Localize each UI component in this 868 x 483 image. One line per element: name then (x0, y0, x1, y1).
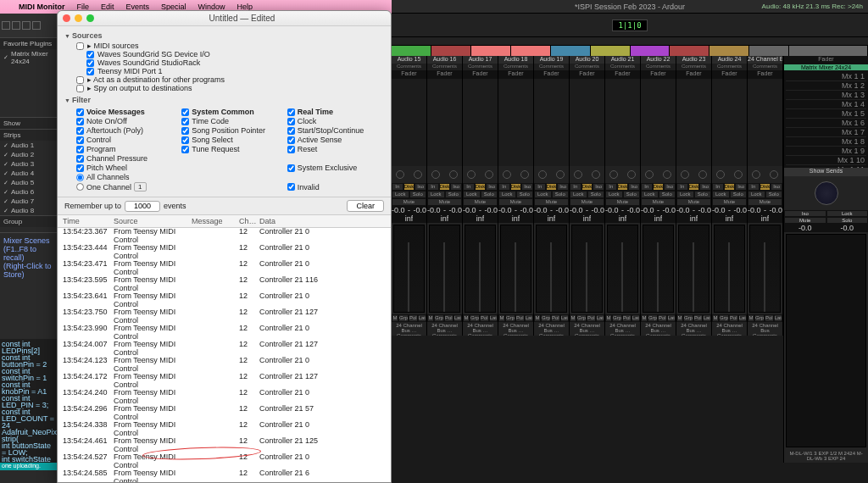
filter-option[interactable] (287, 154, 384, 163)
lat-button[interactable]: Lat (774, 314, 782, 322)
filter-option[interactable]: Clock (287, 117, 384, 125)
strip-name[interactable]: Audio 15 (392, 56, 426, 64)
source-row[interactable]: ▸ Act as a destination for other program… (64, 75, 384, 84)
in-button[interactable]: In (570, 183, 581, 191)
trim-knob[interactable] (663, 170, 671, 179)
master-fader-label[interactable]: Fader (784, 56, 868, 64)
lock-button[interactable]: Lock (748, 191, 765, 198)
event-row[interactable]: 13:54:23.750From Teensy MIDI Control12Co… (58, 308, 391, 325)
trim-knob[interactable] (556, 170, 565, 179)
mute-button[interactable]: Mute (748, 198, 782, 206)
in-button[interactable]: In (463, 183, 475, 191)
comments-button[interactable]: Comments (641, 64, 676, 70)
source-checkbox[interactable] (86, 51, 94, 58)
solo-button[interactable]: Solo (826, 217, 869, 224)
mute-button[interactable]: Mute (498, 198, 533, 206)
event-row[interactable]: 13:54:23.641From Teensy MIDI Control12Co… (58, 292, 391, 308)
filter-checkbox[interactable] (287, 118, 295, 125)
comments-button[interactable]: Comments (570, 64, 604, 70)
send-item[interactable]: Mx 1 5 (786, 109, 866, 119)
filter-checkbox[interactable] (181, 118, 189, 125)
grp-button[interactable]: Grp (434, 314, 444, 322)
source-checkbox[interactable] (86, 68, 94, 75)
trim-knob[interactable] (414, 170, 422, 179)
event-row[interactable]: 13:54:24.527From Teensy MIDI Control12Co… (58, 453, 391, 469)
event-row[interactable]: 13:54:24.172From Teensy MIDI Control12Co… (58, 373, 391, 389)
output-label[interactable]: 24 Channel Bus …Comments (498, 322, 533, 336)
tool-icon[interactable] (2, 21, 10, 30)
mute-button[interactable]: Mute (605, 198, 640, 206)
filter-option[interactable] (181, 164, 278, 172)
source-checkbox[interactable] (76, 85, 84, 92)
m-button[interactable]: M (463, 314, 470, 322)
fader-label[interactable]: Fader (748, 70, 782, 79)
filter-checkbox[interactable] (287, 164, 295, 172)
event-row[interactable]: 13:54:23.471From Teensy MIDI Control12Co… (58, 260, 391, 276)
pan-knob[interactable] (431, 170, 440, 179)
lat-button[interactable]: Lat (525, 314, 533, 322)
source-checkbox[interactable] (76, 42, 84, 50)
m-button[interactable]: M (427, 314, 434, 322)
event-row[interactable]: 13:54:24.461From Teensy MIDI Control12Co… (58, 437, 391, 453)
pol-button[interactable]: Pol (444, 314, 453, 322)
filter-option[interactable]: All Channels (76, 173, 173, 181)
pan-knob[interactable] (716, 170, 725, 179)
disk-button[interactable]: Disk (475, 183, 487, 191)
mute-button[interactable]: Mute (641, 198, 676, 206)
grp-button[interactable]: Grp (754, 314, 765, 322)
fader-label[interactable]: Fader (427, 70, 462, 79)
event-row[interactable]: 13:54:24.240From Teensy MIDI Control12Co… (58, 389, 391, 405)
comments-button[interactable]: Comments (748, 64, 782, 70)
mute-button[interactable]: Mute (784, 217, 826, 224)
timecode-display[interactable]: 1|1|0 (612, 19, 647, 31)
lock-button[interactable]: Lock (534, 191, 552, 198)
trim-knob[interactable] (734, 170, 743, 179)
tool-icon[interactable] (32, 21, 41, 30)
disk-button[interactable]: Disk (581, 183, 593, 191)
m-button[interactable]: M (748, 314, 754, 322)
trim-knob[interactable] (520, 170, 529, 179)
event-row[interactable]: 13:54:24.007From Teensy MIDI Control12Co… (58, 341, 391, 357)
filter-option[interactable] (181, 154, 278, 163)
filter-option[interactable]: One Channel 1 (76, 182, 173, 192)
strip-name[interactable]: Audio 16 (427, 56, 462, 64)
strip-name[interactable]: Audio 21 (605, 56, 640, 64)
filter-option[interactable] (287, 173, 384, 181)
comments-button[interactable]: Comments (392, 64, 426, 70)
pan-knob[interactable] (574, 170, 582, 179)
event-row[interactable]: 13:54:23.595From Teensy MIDI Control12Co… (58, 276, 391, 292)
filter-checkbox[interactable] (287, 127, 295, 135)
trim-knob[interactable] (592, 170, 600, 179)
filter-checkbox[interactable] (76, 118, 84, 125)
tool-icon[interactable] (22, 21, 31, 30)
pan-knob[interactable] (538, 170, 547, 179)
zoom-icon[interactable] (86, 14, 94, 22)
filter-checkbox[interactable] (181, 146, 189, 153)
fader-label[interactable]: Fader (605, 70, 640, 79)
pol-button[interactable]: Pol (551, 314, 560, 322)
output-label[interactable]: 24 Channel Bus …Comments (392, 322, 426, 336)
m-button[interactable]: M (676, 314, 683, 322)
lat-button[interactable]: Lat (632, 314, 640, 322)
trim-knob[interactable] (627, 170, 636, 179)
source-checkbox[interactable] (86, 59, 94, 67)
remember-count-input[interactable] (125, 201, 160, 212)
grp-button[interactable]: Grp (648, 314, 658, 322)
app-name[interactable]: MIDI Monitor (19, 3, 65, 11)
solo-button[interactable]: Solo (587, 191, 605, 198)
trim-knob[interactable] (485, 170, 493, 179)
filter-checkbox[interactable] (181, 108, 189, 116)
solo-button[interactable]: Solo (765, 191, 783, 198)
iso-button[interactable]: Iso (699, 183, 711, 191)
comments-button[interactable]: Comments (463, 64, 498, 70)
mute-button[interactable]: Mute (534, 198, 569, 206)
output-label[interactable]: 24 Channel BusComments (748, 322, 782, 336)
m-button[interactable]: M (570, 314, 576, 322)
filter-option[interactable]: Song Select (181, 136, 278, 144)
strip-name[interactable]: Audio 22 (641, 56, 676, 64)
iso-button[interactable]: Iso (735, 183, 747, 191)
solo-button[interactable]: Solo (481, 191, 498, 198)
filter-checkbox[interactable] (181, 136, 189, 144)
disk-button[interactable]: Disk (653, 183, 665, 191)
solo-button[interactable]: Solo (659, 191, 676, 198)
